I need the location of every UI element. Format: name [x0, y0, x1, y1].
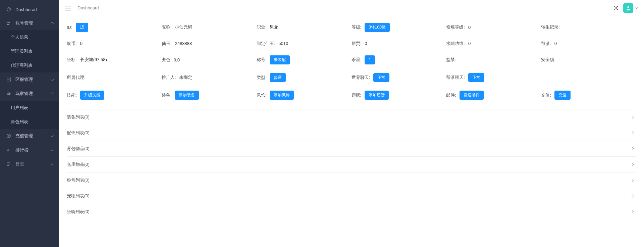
- id-button[interactable]: 15: [76, 23, 88, 32]
- svg-rect-4: [7, 80, 11, 81]
- value: 长安城(97,58): [80, 57, 107, 63]
- worldchat-button[interactable]: 正常: [373, 73, 389, 82]
- user-menu[interactable]: [623, 3, 638, 13]
- nav-label: Dashborad: [15, 7, 37, 12]
- level-button[interactable]: 0转100级: [365, 23, 390, 32]
- accordion-title: 背包物品(0): [67, 146, 90, 152]
- accordion-equip-list[interactable]: 装备列表(0): [67, 109, 636, 125]
- label: 佩饰:: [257, 92, 267, 98]
- nav-dashboard[interactable]: Dashborad: [0, 3, 59, 16]
- nav-log[interactable]: 日志: [0, 157, 59, 171]
- label: 翅膀:: [352, 92, 362, 98]
- field-train: 修炼等级: 0: [446, 23, 541, 32]
- label: 安全锁:: [541, 57, 555, 63]
- sub-role-list[interactable]: 角色列表: [0, 115, 59, 129]
- value: 5010: [278, 41, 288, 46]
- label: 装备:: [162, 92, 172, 98]
- accordion-accessory-list[interactable]: 配饰列表(0): [67, 125, 636, 141]
- field-kill: 杀星: 1: [352, 55, 446, 64]
- label: 绑定仙玉:: [257, 41, 275, 47]
- fullscreen-icon[interactable]: [613, 5, 619, 11]
- label: 推广人:: [162, 75, 176, 81]
- label: 昵称:: [162, 24, 172, 30]
- label: 类型:: [257, 75, 267, 81]
- topbar: Dashboard: [59, 0, 644, 16]
- accordion-title: 坐骑列表(0): [67, 209, 90, 215]
- recharge-icon: [6, 133, 11, 139]
- accordion-title: 装备列表(0): [67, 114, 90, 120]
- field-title: 称号: 未装配: [257, 55, 352, 64]
- accordion-mount-list[interactable]: 坐骑列表(0): [67, 204, 636, 219]
- sidebar: Dashborad 账号管理 个人信息 管理员列表 代理商列表 区服管理 玩家管…: [0, 0, 59, 247]
- label: 职业:: [257, 24, 267, 30]
- mail-button[interactable]: 发送邮件: [460, 91, 484, 100]
- label: 技能:: [67, 92, 77, 98]
- label: 帮派:: [541, 41, 551, 47]
- log-icon: [6, 161, 11, 167]
- sub-admin-list[interactable]: 管理员列表: [0, 44, 59, 58]
- nav-player[interactable]: 玩家管理: [0, 87, 59, 101]
- value: 0: [554, 41, 557, 46]
- equip-button[interactable]: 添加装备: [175, 91, 199, 100]
- label: 监禁:: [446, 57, 456, 63]
- field-silver: 银币: 0: [67, 41, 162, 47]
- nav-server[interactable]: 区服管理: [0, 72, 59, 87]
- skill-button[interactable]: 升级技能: [80, 91, 104, 100]
- chevron-right-icon: [630, 147, 634, 151]
- recharge-button[interactable]: 充值: [554, 91, 571, 100]
- chevron-right-icon: [630, 210, 634, 214]
- field-job: 职业: 男龙: [257, 23, 352, 32]
- value: 0,0: [174, 57, 180, 62]
- chevron-right-icon: [630, 179, 634, 182]
- field-mail: 邮件: 发送邮件: [446, 91, 541, 100]
- sub-user-list[interactable]: 用户列表: [0, 101, 59, 115]
- kill-button[interactable]: 1: [365, 55, 375, 64]
- field-wing: 翅膀: 添加翅膀: [352, 91, 446, 100]
- label: 充值:: [541, 92, 551, 98]
- nav-account[interactable]: 账号管理: [0, 16, 59, 30]
- field-recharge: 充值: 充值: [541, 91, 636, 100]
- breadcrumb[interactable]: Dashboard: [77, 5, 99, 10]
- accordion-title: 宠物列表(0): [67, 193, 90, 199]
- player-icon: [6, 91, 11, 96]
- main: Dashboard ID: 15 昵称:: [59, 0, 644, 247]
- value: 小仙元码: [175, 24, 192, 30]
- nav-recharge[interactable]: 充值管理: [0, 129, 59, 143]
- svg-point-1: [7, 21, 9, 23]
- nav-rank[interactable]: 排行榜: [0, 143, 59, 157]
- nav-label: 玩家管理: [15, 91, 33, 97]
- accordion-title-list[interactable]: 称号列表(0): [67, 172, 636, 188]
- accordion-pet-list[interactable]: 宠物列表(0): [67, 188, 636, 204]
- guildchat-button[interactable]: 正常: [468, 73, 484, 82]
- value: 0: [365, 41, 367, 46]
- field-accessory: 佩饰: 添加佩饰: [257, 91, 352, 100]
- nav-label: 排行榜: [15, 147, 29, 153]
- field-type: 类型: 普通: [257, 73, 352, 82]
- wing-button[interactable]: 添加翅膀: [365, 91, 389, 100]
- value: 0: [468, 25, 471, 30]
- field-equip: 装备: 添加装备: [162, 91, 257, 100]
- accessory-button[interactable]: 添加佩饰: [270, 91, 294, 100]
- field-nickname: 昵称: 小仙元码: [162, 23, 257, 32]
- field-id: ID: 15: [67, 23, 162, 32]
- label: 仙玉:: [162, 41, 172, 47]
- accordion-warehouse-items[interactable]: 仓库物品(0): [67, 156, 636, 172]
- accordion-bag-items[interactable]: 背包物品(0): [67, 141, 636, 156]
- field-rebirth: 转生记录:: [541, 23, 636, 32]
- svg-rect-3: [7, 78, 11, 79]
- field-ban: 监禁:: [446, 55, 541, 64]
- label: 水陆功绩:: [446, 41, 465, 47]
- label: 杀星:: [352, 57, 362, 63]
- menu-toggle-icon[interactable]: [65, 6, 71, 10]
- dashboard-icon: [6, 7, 11, 12]
- label: 变色: [162, 57, 170, 63]
- sub-personal-info[interactable]: 个人信息: [0, 30, 59, 44]
- field-coord: 坐标: 长安城(97,58): [67, 55, 162, 64]
- chevron-down-icon: [635, 7, 638, 9]
- type-button[interactable]: 普通: [270, 73, 286, 82]
- title-button[interactable]: 未装配: [270, 55, 290, 64]
- chevron-right-icon: [630, 194, 634, 198]
- field-jade: 仙玉: 2488888: [162, 41, 257, 47]
- label: 邮件:: [446, 92, 456, 98]
- sub-agent-list[interactable]: 代理商列表: [0, 58, 59, 72]
